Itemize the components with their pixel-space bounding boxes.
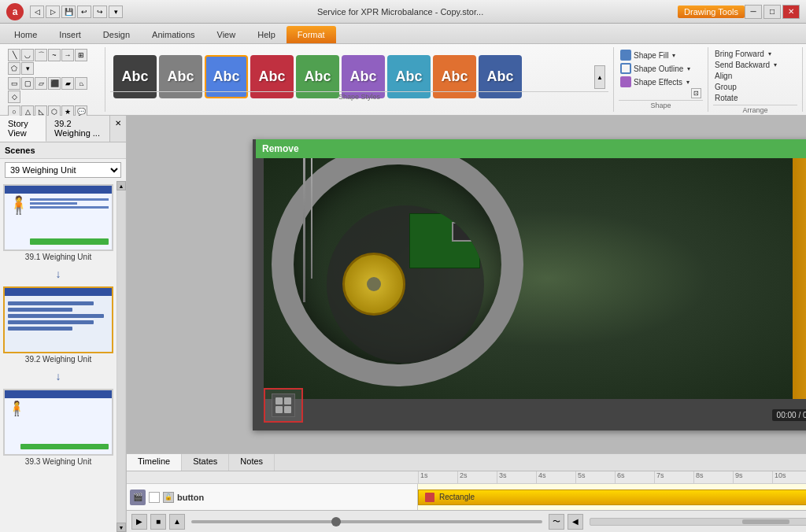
shape-arrow[interactable]: → [61, 49, 74, 61]
center-area: ▲ ▼ Remove X [127, 116, 806, 532]
tab-animations[interactable]: Animations [141, 26, 205, 43]
track-checkbox[interactable] [149, 492, 160, 503]
timeline-tab-states[interactable]: States [182, 454, 229, 471]
cable-1 [303, 158, 305, 303]
timeline-bar[interactable]: Rectangle [418, 490, 806, 505]
shape-fill-button[interactable]: Shape Fill ▾ [619, 49, 677, 61]
slide-thumb-2[interactable] [3, 286, 113, 353]
slide-tab[interactable]: 39.2 Weighing ... [46, 116, 110, 142]
left-scroll-up[interactable]: ▲ [116, 181, 126, 190]
left-scroll-down[interactable]: ▼ [116, 523, 126, 532]
bottom-scroll-thumb[interactable] [742, 519, 789, 524]
shape-snip2[interactable]: ⬛ [48, 77, 61, 90]
track-lock-icon: 🔓 [163, 492, 174, 503]
slide-thumb-1[interactable]: 🧍 [3, 184, 113, 251]
shape-diamond[interactable]: ◇ [8, 91, 20, 103]
left-scrollbar[interactable]: ▲ ▼ [116, 181, 126, 532]
play-button[interactable]: ▶ [131, 514, 147, 530]
bottom-h-scrollbar[interactable] [590, 518, 806, 526]
minimize-button[interactable]: ─ [745, 5, 762, 19]
scenes-dropdown[interactable]: 39 Weighing Unit [5, 162, 121, 178]
shape-line[interactable]: ╲ [8, 49, 20, 61]
shape-fill-icon [620, 50, 631, 61]
shape-parallelogram[interactable]: ▰ [61, 77, 74, 90]
ribbon: Home Insert Design Animations View Help … [0, 24, 806, 116]
button-inner [272, 393, 295, 417]
left-scroll-track [117, 190, 125, 523]
slides-content: 🧍 39.1 Weighing Unit ↓ [0, 181, 116, 532]
shape-trapezoid[interactable]: ⏢ [75, 77, 87, 90]
button-element[interactable] [264, 388, 303, 423]
style-scroll-up[interactable]: ▲ [594, 65, 605, 89]
shape-expand[interactable]: ▾ [21, 62, 34, 75]
shape-pentagon[interactable]: ⬠ [8, 62, 20, 75]
tab-home[interactable]: Home [3, 26, 48, 43]
tab-format[interactable]: Format [287, 26, 336, 43]
video-area [264, 158, 806, 399]
ruler-8s: 8s [693, 471, 733, 483]
align-button[interactable]: Align [713, 71, 734, 81]
panel-tab-bar: Story View 39.2 Weighing ... ✕ [0, 116, 126, 142]
prev-frame-button[interactable]: ▲ [169, 514, 185, 530]
shapes-row-2: ▭ ▢ ▱ ⬛ ▰ ⏢ ◇ [8, 77, 100, 103]
close-button[interactable]: ✕ [782, 5, 800, 19]
shape-rounded-rect[interactable]: ▢ [21, 77, 34, 90]
nav-left-button[interactable]: ◀ [568, 514, 583, 530]
window-controls[interactable]: ◁ ▷ 💾 ↩ ↪ ▾ [30, 6, 123, 18]
window-buttons[interactable]: ─ □ ✕ [745, 5, 800, 19]
btn-dot-3 [275, 406, 283, 413]
wave-button[interactable]: 〜 [549, 514, 564, 530]
internal-view [327, 205, 484, 363]
shape-snip-rect[interactable]: ▱ [35, 77, 47, 90]
group-button[interactable]: Group [713, 82, 738, 92]
video-background [264, 158, 806, 399]
timeline-tab-notes[interactable]: Notes [229, 454, 275, 471]
shape-scribble[interactable]: ~ [48, 49, 61, 61]
send-backward-button[interactable]: Send Backward ▾ [713, 60, 778, 70]
shape-freeform[interactable]: ⌒ [35, 49, 47, 61]
track-icon: 🎬 [130, 490, 146, 505]
rotate-button[interactable]: Rotate [713, 93, 739, 103]
slide-item-2[interactable]: 39.2 Weighing Unit [3, 286, 113, 364]
ctrl-save[interactable]: 💾 [61, 6, 76, 18]
timeline-tab-timeline[interactable]: Timeline [127, 454, 182, 471]
ruler-4s: 4s [536, 471, 575, 483]
shape-effects-button[interactable]: Shape Effects ▾ [619, 76, 691, 88]
btn-dot-2 [284, 397, 291, 405]
tab-design[interactable]: Design [92, 26, 141, 43]
story-view-tab[interactable]: Story View [0, 116, 46, 142]
tab-insert[interactable]: Insert [48, 26, 92, 43]
shape-rect[interactable]: ▭ [8, 77, 20, 90]
shape-options-expand[interactable]: ⊡ [691, 88, 701, 98]
maximize-button[interactable]: □ [763, 5, 781, 19]
left-panel: Story View 39.2 Weighing ... ✕ Scenes 39… [0, 116, 127, 532]
bottom-controls: ▶ ■ ▲ 〜 ◀ ▶ [127, 510, 806, 532]
ruler-7s: 7s [654, 471, 693, 483]
tab-help[interactable]: Help [246, 26, 287, 43]
shape-curve[interactable]: ◡ [21, 49, 34, 61]
timeline-bar-area: Rectangle [418, 484, 806, 510]
slide-item-1[interactable]: 🧍 39.1 Weighing Unit [3, 184, 113, 261]
stop-button[interactable]: ■ [150, 514, 166, 530]
slide-thumb-3[interactable]: 🧍 [3, 389, 113, 456]
shape-options-label: Shape [619, 100, 703, 111]
panel-tab-close[interactable]: ✕ [110, 116, 126, 142]
ctrl-more[interactable]: ▾ [109, 6, 123, 18]
bring-forward-button[interactable]: Bring Forward ▾ [713, 49, 773, 59]
playback-thumb[interactable] [331, 517, 341, 526]
timeline-ruler: 1s 2s 3s 4s 5s 6s 7s 8s 9s 10s 11s 12s 1… [127, 471, 806, 484]
slide-item-3[interactable]: 🧍 39.3 Weighing Unit [3, 389, 113, 466]
ctrl-undo[interactable]: ↩ [77, 6, 91, 18]
title-bar: a ◁ ▷ 💾 ↩ ↪ ▾ Service for XPR Microbalan… [0, 0, 806, 24]
shape-outline-button[interactable]: Shape Outline ▾ [619, 62, 692, 75]
ctrl-redo[interactable]: ↪ [93, 6, 107, 18]
ruler-5s: 5s [575, 471, 615, 483]
ctrl-fwd[interactable]: ▷ [46, 6, 60, 18]
drawing-tools-badge: Drawing Tools [678, 6, 745, 18]
playback-slider[interactable] [191, 520, 542, 523]
ctrl-back[interactable]: ◁ [30, 6, 44, 18]
shape-more[interactable]: ⊞ [75, 49, 87, 61]
ruler-3s: 3s [497, 471, 536, 483]
gear-center [367, 277, 381, 291]
tab-view[interactable]: View [206, 26, 247, 43]
